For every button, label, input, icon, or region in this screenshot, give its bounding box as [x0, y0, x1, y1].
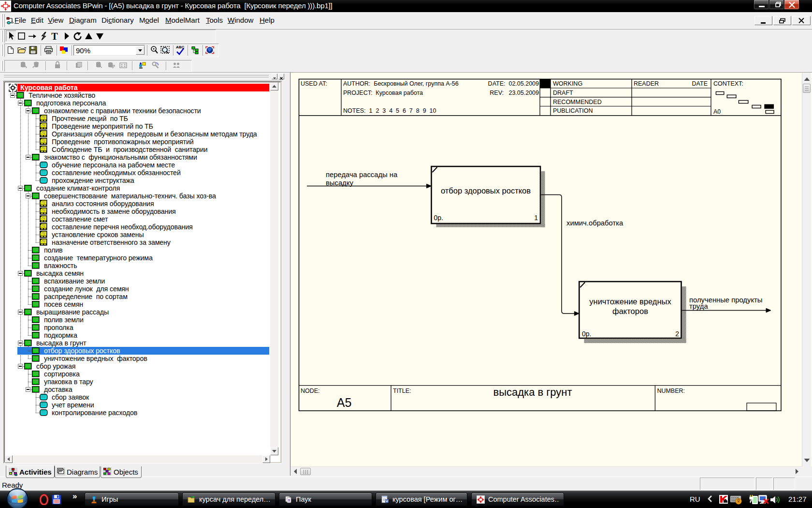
- svg-text:WORKING: WORKING: [553, 80, 582, 87]
- svg-text:химич.обработка: химич.обработка: [566, 219, 624, 227]
- svg-text:NOTES: 1 2 3 4 5 6 7 8: NOTES: 1 2 3 4 5 6 7 8 9 10: [343, 107, 436, 114]
- svg-text:передача рассады на: передача рассады на: [326, 171, 398, 179]
- svg-text:высадку: высадку: [326, 179, 353, 187]
- svg-text:0р.: 0р.: [434, 214, 443, 222]
- svg-text:USED AT:: USED AT:: [301, 80, 327, 87]
- svg-text:REV: 23.05.2009: REV: 23.05.2009: [490, 90, 539, 96]
- svg-text:PUBLICATION: PUBLICATION: [553, 107, 593, 114]
- svg-text:PROJECT: Курсовая работа: PROJECT: Курсовая работа: [343, 90, 423, 96]
- svg-text:DRAFT: DRAFT: [553, 90, 573, 96]
- svg-text:DATE: DATE: [692, 80, 708, 87]
- svg-text:труда: труда: [689, 302, 708, 310]
- svg-text:NODE:: NODE:: [301, 388, 320, 394]
- svg-text:NUMBER:: NUMBER:: [657, 388, 685, 394]
- svg-text:факторов: факторов: [612, 307, 648, 315]
- svg-text:CONTEXT:: CONTEXT:: [713, 80, 743, 87]
- svg-text:A0: A0: [713, 108, 721, 115]
- svg-text:RECOMMENDED: RECOMMENDED: [553, 99, 602, 105]
- svg-text:А5: А5: [337, 396, 352, 409]
- svg-text:2: 2: [675, 330, 679, 338]
- svg-text:AUTHOR: Бескровный Олег, груп: AUTHOR: Бескровный Олег, группа А-56: [343, 80, 459, 87]
- svg-text:1: 1: [534, 214, 538, 222]
- svg-text:высадка в грунт: высадка в грунт: [493, 386, 572, 398]
- svg-text:DATE: 02.05.2009: DATE: 02.05.2009: [488, 80, 539, 87]
- svg-text:TITLE:: TITLE:: [393, 388, 411, 394]
- svg-text:READER: READER: [634, 80, 659, 87]
- svg-text:отбор здоровых ростков: отбор здоровых ростков: [441, 186, 531, 195]
- svg-text:0р.: 0р.: [582, 330, 591, 338]
- svg-text:уничтожение вредных: уничтожение вредных: [589, 297, 671, 306]
